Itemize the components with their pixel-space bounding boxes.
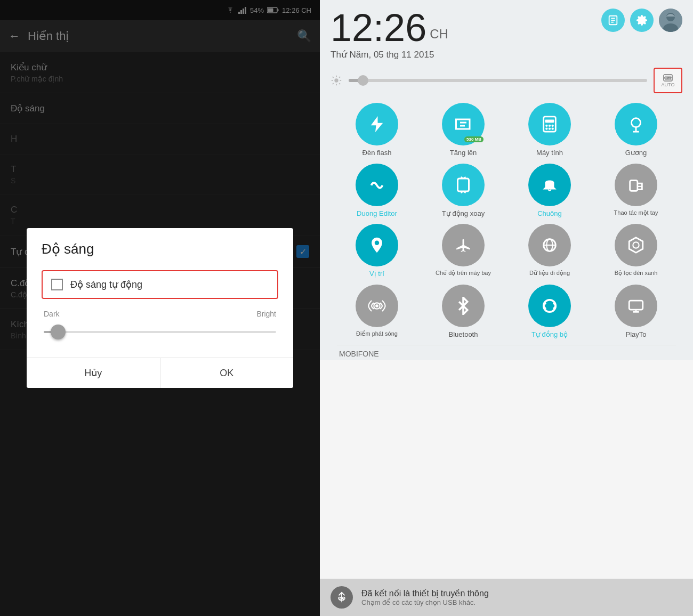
left-panel: 54% 12:26 CH ← Hiển thị 🔍 Kiểu chữ P.chữ… (0, 0, 320, 616)
tu-dong-bo-label: Tự đồng bộ (531, 330, 568, 339)
dark-label: Dark (44, 310, 60, 318)
brightness-sun-icon (331, 75, 342, 86)
guong-label: Gương (625, 149, 647, 157)
dialog-title: Độ sáng (27, 228, 293, 266)
duong-editor-circle (356, 164, 398, 206)
svg-point-33 (549, 127, 551, 129)
svg-point-41 (375, 241, 380, 246)
quick-toggles-grid: Đèn flash 530 MB Tăng lên (331, 101, 682, 345)
guong-circle (615, 103, 657, 145)
diem-phat-circle (356, 285, 398, 327)
quick-item-bo-loc[interactable]: Bộ lọc đèn xanh (596, 224, 676, 278)
svg-point-31 (552, 125, 554, 127)
playto-label: PlayTo (625, 330, 646, 339)
quick-item-guong[interactable]: Gương (596, 103, 676, 157)
right-header: 12:26 CH (331, 9, 682, 47)
auto-brightness-checkbox[interactable] (51, 279, 63, 290)
quick-item-vi-tri[interactable]: Vị trí (337, 224, 417, 278)
usb-text: Đã kết nối là thiết bị truyền thông Chạm… (361, 588, 682, 606)
usb-title: Đã kết nối là thiết bị truyền thông (361, 588, 682, 598)
may-bay-circle (442, 224, 485, 266)
quick-item-diem-phat[interactable]: Điểm phát sóng (337, 285, 417, 339)
quick-item-du-lieu[interactable]: Dữ liệu di động (510, 224, 590, 278)
tu-dong-bo-circle (528, 285, 571, 327)
svg-rect-38 (458, 179, 469, 191)
quick-item-tu-dong-xoay[interactable]: Tự động xoay (423, 164, 503, 218)
dialog-body: Độ sáng tự động Dark Bright (27, 266, 293, 352)
tu-dong-xoay-label: Tự động xoay (442, 209, 485, 218)
bo-loc-label: Bộ lọc đèn xanh (615, 270, 658, 277)
brightness-thumb[interactable] (358, 75, 368, 86)
den-flash-circle (356, 103, 398, 145)
quick-item-may-bay[interactable]: Chế độ trên máy bay (423, 224, 503, 278)
date-text: Thứ Năm, 05 thg 11 2015 (331, 49, 682, 60)
thao-tac-circle (615, 164, 657, 206)
notes-icon-btn[interactable] (601, 9, 625, 32)
tang-len-label: Tăng lên (450, 149, 477, 157)
carrier-label: MOBIFONE (331, 345, 682, 360)
vi-tri-label: Vị trí (369, 270, 384, 278)
vi-tri-circle (356, 224, 398, 266)
svg-rect-47 (629, 301, 643, 310)
svg-point-34 (552, 127, 554, 129)
svg-text:AUTO: AUTO (664, 77, 673, 80)
auto-label: AUTO (662, 82, 675, 87)
du-lieu-label: Dữ liệu di động (529, 270, 570, 277)
time-large: 12:26 (331, 9, 426, 47)
gear-icon-btn[interactable] (630, 9, 654, 32)
brightness-slider[interactable] (44, 322, 276, 342)
auto-brightness-row[interactable]: Độ sáng tự động (42, 270, 278, 299)
right-top-section: 12:26 CH (320, 0, 693, 360)
svg-rect-28 (545, 120, 554, 123)
brightness-bar-row: AUTO AUTO (331, 68, 682, 93)
tang-len-circle: 530 MB (442, 103, 485, 145)
may-tinh-label: Máy tính (536, 149, 563, 157)
auto-brightness-label: Độ sáng tự động (70, 279, 142, 290)
chuong-label: Chuông (537, 209, 562, 218)
den-flash-label: Đèn flash (362, 149, 392, 157)
slider-thumb[interactable] (51, 325, 66, 339)
svg-point-45 (633, 242, 639, 248)
brightness-slider-row: Dark Bright (42, 310, 278, 342)
quick-item-tu-dong-bo[interactable]: Tự đồng bộ (510, 285, 590, 339)
du-lieu-circle (528, 224, 571, 266)
quick-item-may-tinh[interactable]: Máy tính (510, 103, 590, 157)
bright-label: Bright (256, 310, 276, 318)
may-tinh-circle (528, 103, 571, 145)
quick-item-tang-len[interactable]: 530 MB Tăng lên (423, 103, 503, 157)
ok-button[interactable]: OK (160, 358, 294, 388)
bo-loc-circle (615, 224, 657, 266)
svg-point-46 (375, 304, 378, 307)
quick-item-thao-tac[interactable]: Thao tác một tay (596, 164, 676, 218)
quick-item-bluetooth[interactable]: Bluetooth (423, 285, 503, 339)
avatar[interactable] (659, 9, 682, 32)
svg-point-30 (549, 125, 551, 127)
slider-labels: Dark Bright (44, 310, 276, 318)
dialog-actions: Hủy OK (27, 358, 293, 388)
svg-line-23 (333, 83, 334, 84)
usb-sub: Chạm để có các tùy chọn USB khác. (361, 598, 682, 606)
quick-item-chuong[interactable]: Chuông (510, 164, 590, 218)
duong-editor-label: Duong Editor (357, 209, 397, 218)
quick-item-duong-editor[interactable]: Duong Editor (337, 164, 417, 218)
dialog-overlay: Độ sáng Độ sáng tự động Dark Bright (0, 0, 320, 616)
usb-icon (331, 586, 353, 609)
svg-point-32 (545, 127, 547, 129)
header-icons (601, 9, 682, 32)
quick-item-playto[interactable]: PlayTo (596, 285, 676, 339)
quick-item-den-flash[interactable]: Đèn flash (337, 103, 417, 157)
bluetooth-circle (442, 285, 485, 327)
usb-bar[interactable]: Đã kết nối là thiết bị truyền thông Chạm… (320, 579, 693, 616)
svg-point-15 (334, 78, 338, 82)
svg-line-22 (339, 77, 340, 78)
cancel-button[interactable]: Hủy (27, 358, 160, 388)
brightness-track[interactable] (349, 79, 647, 82)
svg-line-20 (333, 77, 334, 78)
slider-track (44, 331, 276, 333)
chuong-circle (528, 164, 571, 206)
tu-dong-xoay-circle (442, 164, 485, 206)
svg-point-35 (632, 118, 641, 127)
right-panel: 12:26 CH (320, 0, 693, 616)
thao-tac-label: Thao tác một tay (614, 209, 658, 216)
auto-brightness-btn[interactable]: AUTO AUTO (654, 68, 682, 93)
